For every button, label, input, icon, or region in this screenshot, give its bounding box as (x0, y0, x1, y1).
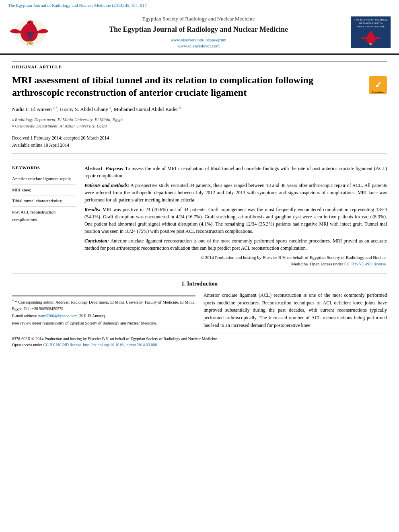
section-name: Introduction (187, 281, 218, 287)
article-title-area: MRI assessment of tibial tunnel and its … (12, 74, 387, 99)
keywords-list: Anterior cruciate ligament repair; MRI k… (12, 175, 76, 225)
aff-sup-a: a (12, 116, 14, 123)
journal-title-text: The Egyptian Journal of Radiology and Nu… (52, 25, 345, 35)
journal-header: Egyptian Society of Radiology and Nuclea… (0, 11, 399, 54)
society-name: Egyptian Society of Radiology and Nuclea… (52, 15, 345, 23)
abstract-column: Abstract Purpose: To assess the role of … (84, 165, 387, 267)
footer-issn: 0378-603X © 2014 Production and hosting … (12, 337, 218, 341)
affiliation-b: b Orthopedic Department, Al Azhar Univer… (12, 123, 387, 129)
fn-peer-review: Peer review under responsibility of Egyp… (12, 320, 195, 326)
abstract-results: Results: MRI was positive in 24 (70.6%) … (84, 206, 387, 235)
journal-logo-right: THE EGYPTIAN JOURNAL OF RADIOLOGY & NUCL… (351, 16, 391, 48)
email-link: nany52004@yahoo.com (38, 314, 78, 318)
section-divider (12, 273, 387, 274)
available-date: Available online 19 April 2014 (12, 142, 387, 149)
keyword-1: Anterior cruciate ligament repair; (12, 175, 76, 185)
email-suffix: (N.F. El Ameen). (78, 314, 106, 318)
fn-email: E-mail address: nany52004@yahoo.com (N.F… (12, 313, 195, 319)
top-link-bar: The Egyptian Journal of Radiology and Nu… (0, 0, 399, 11)
intro-paragraph: Anterior cruciate ligament (ACL) reconst… (204, 292, 387, 329)
journal-center-info: Egyptian Society of Radiology and Nuclea… (52, 15, 345, 49)
introduction-title: 1. Introduction (12, 280, 387, 288)
svg-point-1 (27, 21, 33, 26)
pm-label: Patients and methods: (84, 183, 129, 188)
main-content: Original Article MRI assessment of tibia… (0, 55, 399, 354)
author-mohamed: Mohamed Gamal Abdel Kader b (114, 106, 181, 112)
footer-bar: 0378-603X © 2014 Production and hosting … (12, 333, 387, 348)
results-text: MRI was positive in 24 (70.6%) out of 34… (84, 207, 387, 234)
footer-cc-link: CC BY-NC-ND license. (43, 343, 82, 347)
footnote-area: * * Corresponding author. Address: Radio… (12, 296, 195, 326)
journal-citation: The Egyptian Journal of Radiology and Nu… (8, 3, 147, 8)
journal-logo-left (8, 16, 52, 48)
svg-point-2 (29, 22, 30, 23)
aff-text-b: Orthopedic Department, Al Azhar Universi… (15, 123, 107, 129)
article-title-text: MRI assessment of tibial tunnel and its … (12, 74, 369, 99)
keyword-3: Tibial tunnel characteristics; (12, 197, 76, 207)
url1: www.elsevier.com/locate/ejrnm (52, 37, 345, 43)
affiliations: a Radiology Department, El Minia Univers… (12, 116, 387, 129)
body-two-col: * * Corresponding author. Address: Radio… (12, 292, 387, 329)
aff-sup-b: b (12, 123, 14, 129)
affiliation-a: a Radiology Department, El Minia Univers… (12, 116, 387, 123)
abstract-conclusion: Conclusion: Anterior cruciate ligament r… (84, 237, 387, 252)
keyword-4: Post ACL reconstruction complications (12, 208, 76, 225)
fn-star: * * Corresponding author. Address: Radio… (12, 299, 195, 311)
pm-text: A prospective study recruited 34 patient… (84, 183, 387, 203)
footer-doi-link: http://dx.doi.org/10.1016/j.ejrnm.2014.0… (83, 343, 157, 347)
body-left-col: * * Corresponding author. Address: Radio… (12, 292, 195, 329)
authors-line: Nadia F. El Ameen a,*, Hosny S. Abdel Gh… (12, 105, 387, 113)
logo-right-text: THE EGYPTIAN JOURNAL OF RADIOLOGY & NUCL… (353, 18, 389, 28)
cc-license-link: CC BY-NC-ND license. (344, 261, 387, 266)
footer-open-access: Open access under (12, 343, 43, 347)
received-date: Received 1 February 2014; accepted 20 Ma… (12, 134, 387, 142)
conclusion-text: Anterior cruciate ligament reconstructio… (84, 238, 387, 251)
svg-point-5 (369, 31, 372, 35)
url2: www.sciencedirect.com (52, 43, 345, 49)
keyword-2: MRI knee; (12, 186, 76, 196)
keywords-title: Keywords (12, 165, 76, 171)
journal-urls: www.elsevier.com/locate/ejrnm www.scienc… (52, 37, 345, 49)
article-type: Original Article (12, 61, 387, 70)
results-label: Results: (84, 207, 101, 212)
author-nadia: Nadia F. El Ameen a,*, (12, 106, 59, 112)
logo-right-emblem (361, 30, 381, 46)
dates-section: Received 1 February 2014; accepted 20 Ma… (12, 134, 387, 154)
corr-author-text: * Corresponding author. Address: Radiolo… (12, 300, 195, 311)
purpose-label: Purpose: (106, 166, 124, 171)
keywords-column: Keywords Anterior cruciate ligament repa… (12, 165, 76, 267)
author-hosny: Hosny S. Abdel Ghany a, (60, 106, 112, 112)
abstract-pm: Patients and methods: A prospective stud… (84, 182, 387, 203)
abstract-copyright: © 2014 Production and hosting by Elsevie… (84, 254, 387, 267)
aff-text-a: Radiology Department, El Minia Universit… (15, 116, 123, 123)
keywords-abstract-section: Keywords Anterior cruciate ligament repa… (12, 160, 387, 267)
crossmark-icon: ✓ CrossMark (369, 76, 387, 94)
svg-text:✓: ✓ (374, 80, 382, 90)
svg-text:CrossMark: CrossMark (372, 91, 385, 93)
abstract-purpose: Abstract Purpose: To assess the role of … (84, 165, 387, 179)
body-right-col: Anterior cruciate ligament (ACL) reconst… (204, 292, 387, 329)
purpose-text: To assess the role of MRI in evaluation … (84, 166, 387, 179)
section-number: 1. (181, 281, 187, 287)
conclusion-label: Conclusion: (84, 238, 109, 244)
